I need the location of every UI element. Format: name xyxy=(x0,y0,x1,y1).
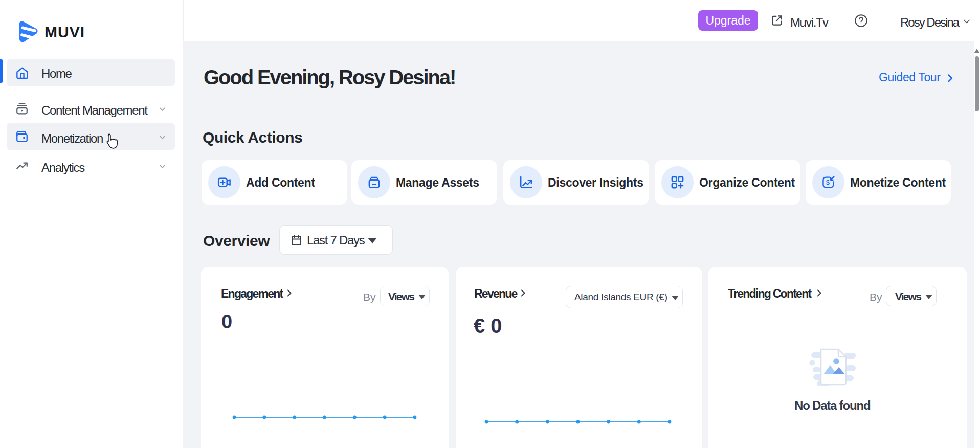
svg-text:$: $ xyxy=(826,178,830,186)
